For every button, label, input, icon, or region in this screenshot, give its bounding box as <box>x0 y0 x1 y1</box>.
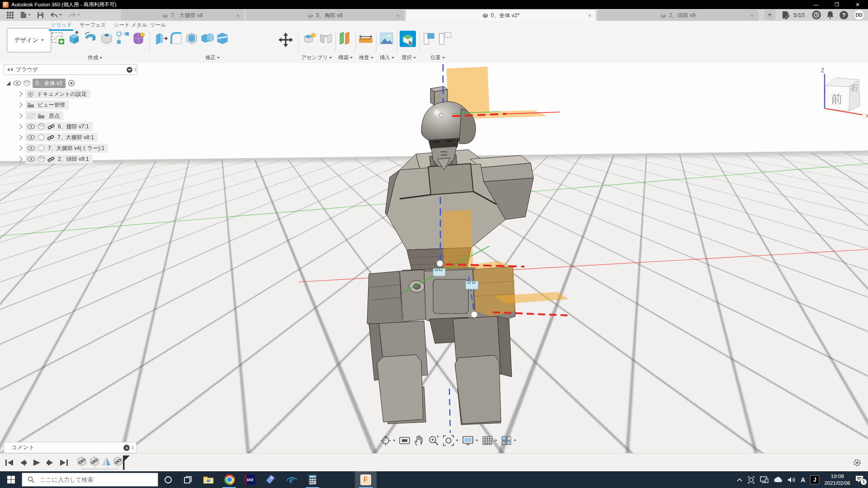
viewcube-front-face[interactable]: 前 <box>831 92 843 106</box>
measure-icon[interactable] <box>358 31 373 46</box>
panel-grip[interactable]: ‖ <box>134 67 137 72</box>
onedrive-cloud-icon[interactable] <box>774 477 783 483</box>
tree-item-document-settings[interactable]: ドキュメントの設定 <box>4 89 137 99</box>
pattern-icon[interactable] <box>116 31 130 46</box>
ribbon-tab-sheetmetal[interactable]: シート メタル <box>114 22 147 28</box>
cortana-button[interactable] <box>158 471 178 488</box>
viewcube[interactable]: 前 右 Z X <box>809 67 868 123</box>
close-button[interactable]: ✕ <box>847 0 868 9</box>
job-status-clock-icon[interactable] <box>812 10 821 19</box>
new-tab-button[interactable]: + <box>764 9 775 20</box>
timeline-play-icon[interactable] <box>32 459 42 467</box>
save-icon[interactable] <box>37 12 44 19</box>
tree-item-thigh-mirror[interactable]: 7、大腿部 v4(ミラー):1 <box>4 143 137 154</box>
eye-icon[interactable] <box>27 124 35 129</box>
eye-icon[interactable] <box>27 145 35 151</box>
app-launcher-icon[interactable] <box>6 11 14 19</box>
tree-item-origin[interactable]: 原点 <box>4 110 137 121</box>
browser-header[interactable]: ブラウザ ‖ <box>4 64 137 75</box>
fillet-icon[interactable] <box>169 31 184 46</box>
construction-plane-icon[interactable] <box>338 31 352 46</box>
chrome-button[interactable] <box>219 471 240 488</box>
redo-button[interactable] <box>68 12 80 19</box>
tab-close-icon[interactable]: × <box>396 12 400 19</box>
tab-close-icon[interactable]: × <box>236 12 240 19</box>
viewports-tool[interactable] <box>500 435 516 446</box>
look-at-tool[interactable] <box>399 435 410 446</box>
restore-button[interactable]: ❐ <box>826 0 847 9</box>
internet-explorer-button[interactable]: e <box>281 471 302 488</box>
ribbon-tab-surface[interactable]: サーフェス <box>80 22 106 28</box>
joint-icon[interactable] <box>318 31 334 46</box>
select-tool-icon[interactable] <box>400 31 416 47</box>
tree-root-row[interactable]: 0、全体 v2 <box>4 78 137 89</box>
start-button[interactable] <box>0 471 22 488</box>
timeline-settings-gear-icon[interactable] <box>853 458 862 467</box>
collapsed-caret-icon[interactable] <box>17 156 22 161</box>
collapsed-caret-icon[interactable] <box>17 113 22 118</box>
display-project-icon[interactable] <box>760 476 769 483</box>
tray-expand-chevron-icon[interactable] <box>737 478 742 482</box>
group-label-insert[interactable]: 挿入 <box>380 54 394 61</box>
zoom-tool[interactable] <box>428 435 439 446</box>
vix-button[interactable]: ViX <box>240 471 260 488</box>
tray-app-j-icon[interactable]: J <box>810 475 819 484</box>
comment-bar[interactable]: コメント + ‖ <box>4 442 137 453</box>
group-label-create[interactable]: 作成 <box>88 54 102 61</box>
volume-icon[interactable] <box>788 477 796 483</box>
taskbar-search[interactable] <box>22 473 158 487</box>
combine-icon[interactable] <box>200 31 214 46</box>
group-label-select[interactable]: 選択 <box>401 54 416 61</box>
ribbon-tab-tools[interactable]: ツール <box>150 22 166 28</box>
ime-indicator[interactable]: A <box>801 476 805 483</box>
move-copy-icon[interactable] <box>277 32 295 50</box>
pan-tool[interactable] <box>414 435 425 446</box>
tab-close-icon[interactable]: × <box>750 12 754 19</box>
tree-item-view-management[interactable]: ビュー管理 <box>4 99 137 110</box>
help-icon[interactable]: ? <box>840 11 848 19</box>
tree-item-head[interactable]: 2、頭部 v9:1 <box>4 154 137 164</box>
revolve-icon[interactable] <box>83 31 98 46</box>
timeline-step-forward-icon[interactable] <box>45 459 55 467</box>
hide-panel-icon[interactable] <box>127 67 132 73</box>
timeline-features[interactable] <box>76 455 130 471</box>
snip-tool-icon[interactable] <box>747 476 755 483</box>
eye-icon[interactable] <box>27 135 35 140</box>
tab-document-active[interactable]: 0、全体 v2* × <box>406 10 596 21</box>
shell-icon[interactable] <box>184 31 199 46</box>
design-workspace-menu[interactable]: デザイン <box>7 28 51 52</box>
create-sketch-icon[interactable] <box>51 31 65 46</box>
tab-document-4[interactable]: 2、頭部 v9 × <box>598 10 758 21</box>
usage-flag-icon[interactable] <box>782 10 792 19</box>
group-label-position[interactable]: 位置 <box>430 54 445 61</box>
timeline-step-back-icon[interactable] <box>18 459 28 467</box>
insert-image-icon[interactable] <box>379 31 394 46</box>
expand-icon[interactable] <box>6 81 10 85</box>
tab-document-2[interactable]: 5、胸部 v8 × <box>246 10 404 21</box>
extrude-icon[interactable] <box>67 31 81 46</box>
action-center-button[interactable]: 1 <box>855 475 865 484</box>
ribbon-tab-solid[interactable]: ソリッド <box>51 22 72 28</box>
activate-component-icon[interactable] <box>68 80 75 87</box>
group-label-construct[interactable]: 構築 <box>338 54 353 61</box>
eye-icon[interactable] <box>27 156 35 162</box>
tab-document-1[interactable]: 7、大腿部 v8 × <box>121 10 244 21</box>
tag-app-button[interactable] <box>260 471 281 488</box>
calculator-button[interactable] <box>302 471 323 488</box>
task-view-button[interactable] <box>178 471 198 488</box>
orbit-tool[interactable] <box>380 435 396 446</box>
grid-settings-tool[interactable] <box>481 435 497 446</box>
viewcube-right-face[interactable]: 右 <box>850 82 859 93</box>
taskbar-clock[interactable]: 19:08 2021/02/06 <box>824 473 850 487</box>
timeline-go-start-icon[interactable] <box>5 459 14 467</box>
fusion360-taskbar-active-cell[interactable]: F <box>355 471 377 488</box>
file-explorer-button[interactable] <box>198 471 219 488</box>
hole-icon[interactable] <box>99 31 114 46</box>
press-pull-icon[interactable] <box>154 31 168 46</box>
collapse-panel-icon[interactable] <box>7 67 13 72</box>
collapsed-caret-icon[interactable] <box>17 91 22 96</box>
revert-position-icon[interactable] <box>438 31 453 46</box>
file-menu-button[interactable] <box>20 11 31 19</box>
group-label-inspect[interactable]: 検査 <box>359 54 373 61</box>
split-body-icon[interactable] <box>215 31 230 46</box>
